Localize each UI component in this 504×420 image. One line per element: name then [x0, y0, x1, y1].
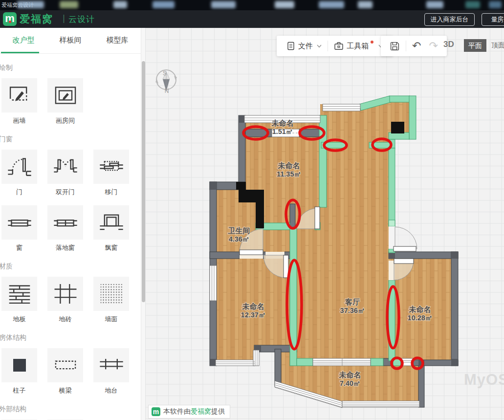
palette-item-draw-room[interactable]: 画房间	[47, 78, 83, 125]
blurred-bookmark	[113, 1, 127, 8]
room-label: 未命名	[271, 119, 294, 127]
palette-item-label: 地台	[93, 386, 129, 395]
palette-item-floorboard[interactable]: 地板	[1, 277, 37, 324]
section-title: 门窗	[0, 135, 141, 144]
room-label: 卫生间	[228, 226, 250, 235]
palette-item-door[interactable]: 门	[1, 150, 37, 197]
palette-item-floor-window[interactable]: 落地窗	[47, 205, 83, 252]
room-label: 10.28㎡	[408, 314, 433, 322]
room-label: 1.51㎡	[272, 128, 293, 135]
measure-tool-button[interactable]: 量房宝	[482, 13, 504, 26]
palette-item-label: 画墙	[1, 116, 37, 125]
door-icon	[1, 150, 37, 184]
design-canvas[interactable]: MyOSiL.com	[145, 28, 504, 420]
scrollbar-thumb[interactable]	[142, 61, 145, 302]
sidebar-scrollbar[interactable]	[141, 28, 145, 420]
footer-brand-link[interactable]: 爱福窝	[191, 407, 211, 415]
blurred-bookmark	[60, 1, 78, 8]
palette-item-label: 飘窗	[93, 243, 129, 252]
room-label: 37.36㎡	[340, 307, 365, 314]
view-flat-button[interactable]: 平面	[464, 39, 486, 52]
palette-item-wall-surface[interactable]: 墙面	[93, 277, 129, 324]
redo-button[interactable]: ↷	[425, 40, 441, 52]
palette-sections: 绘制画墙画房间门窗门双开门移门窗落地窗飘窗材质地板地砖墙面房体结构柱子横梁地台外…	[0, 64, 141, 420]
section-title: 外部结构	[0, 405, 141, 414]
palette-item-label: 横梁	[47, 386, 83, 395]
section-title: 房体结构	[0, 333, 141, 342]
blurred-bookmark	[211, 1, 236, 8]
undo-button[interactable]: ↶	[408, 40, 425, 52]
panel-tabs: 改户型 样板间 模型库	[0, 28, 141, 54]
draw-wall-icon	[1, 78, 37, 112]
blurred-bookmark	[358, 1, 373, 8]
palette-item-label: 地板	[1, 315, 37, 324]
floor-tile-icon	[47, 277, 83, 311]
palette-item-bay-window[interactable]: 飘窗	[93, 205, 129, 252]
blurred-bookmark	[319, 1, 344, 8]
palette-item-column[interactable]: 柱子	[1, 348, 37, 395]
palette-item-label: 窗	[1, 243, 37, 252]
palette-item-label: 门	[1, 188, 37, 197]
palette-item-label: 地砖	[47, 315, 83, 324]
view-3d-button[interactable]: 3D	[443, 40, 454, 49]
floorplan[interactable]: S N 未命名1.51㎡未命名11.35㎡卫生间4.36㎡未命名12.37㎡客厅…	[145, 28, 504, 420]
blurred-bookmark	[17, 1, 44, 8]
footer-prefix: 本软件由	[163, 407, 191, 415]
chevron-down-icon	[317, 44, 322, 48]
window-icon	[1, 205, 37, 240]
room-label: 11.35㎡	[277, 170, 301, 178]
toolbox-icon	[334, 42, 344, 50]
toolbar-history: ↶ ↷	[381, 36, 447, 56]
toolbox-label: 工具箱	[347, 42, 369, 51]
palette-item-beam[interactable]: 横梁	[47, 348, 83, 395]
tab-sample-rooms[interactable]: 样板间	[47, 28, 94, 53]
file-icon	[286, 42, 295, 50]
compass-north-label: N	[165, 88, 169, 94]
compass-icon: S N	[155, 70, 177, 94]
palette-item-draw-wall[interactable]: 画墙	[1, 78, 37, 125]
app-header: m 爱福窝 | 云设计 进入商家后台 量房宝	[0, 10, 504, 28]
blurred-bookmark	[153, 1, 175, 8]
tab-model-library[interactable]: 模型库	[94, 28, 141, 53]
double-door-icon	[47, 150, 83, 184]
palette-item-label: 柱子	[1, 386, 37, 395]
browser-top-bar: 爱福窝云设计	[0, 0, 504, 10]
merchant-backend-button[interactable]: 进入商家后台	[424, 13, 475, 26]
toolbar-main: 文件 工具箱	[277, 36, 393, 56]
palette-item-sliding-door[interactable]: 移门	[93, 150, 129, 197]
save-button[interactable]	[386, 41, 404, 51]
room-label: 未命名	[409, 305, 431, 313]
draw-room-icon	[47, 78, 83, 112]
palette-item-label: 墙面	[93, 315, 129, 324]
toolbox-menu[interactable]: 工具箱	[330, 42, 387, 51]
room-label: 12.37㎡	[241, 311, 266, 319]
file-label: 文件	[298, 42, 313, 51]
powered-by-badge: m 本软件由爱福窝提供	[148, 405, 230, 419]
file-menu[interactable]: 文件	[283, 42, 326, 51]
brand-divider: |	[63, 13, 65, 23]
palette-item-double-door[interactable]: 双开门	[47, 150, 83, 197]
beam-icon	[47, 348, 83, 382]
view-top-button[interactable]: 顶面	[491, 41, 504, 50]
column-icon	[1, 348, 37, 382]
section-title: 材质	[0, 262, 141, 271]
brand-logo-icon: m	[3, 12, 17, 26]
footer-suffix: 提供	[211, 407, 225, 415]
room-label: 7.40㎡	[340, 379, 361, 387]
room-label: 未命名	[242, 302, 264, 310]
palette-item-platform[interactable]: 地台	[93, 348, 129, 395]
tab-modify-layout[interactable]: 改户型	[0, 28, 47, 53]
palette-item-window[interactable]: 窗	[1, 205, 37, 252]
palette-item-label: 落地窗	[47, 243, 83, 252]
blurred-bookmark	[489, 1, 502, 8]
product-name: 云设计	[68, 14, 95, 25]
floorboard-icon	[1, 277, 37, 311]
compass-south-label: S	[163, 70, 167, 77]
app-root: { "window_title": "爱福窝云设计", "header": { …	[0, 0, 504, 420]
save-icon	[390, 41, 400, 51]
blurred-bookmark	[275, 1, 294, 8]
palette-item-floor-tile[interactable]: 地砖	[47, 277, 83, 324]
room-label: 未命名	[278, 161, 300, 170]
palette-item-label: 画房间	[47, 116, 83, 125]
room-label: 客厅	[345, 298, 360, 306]
